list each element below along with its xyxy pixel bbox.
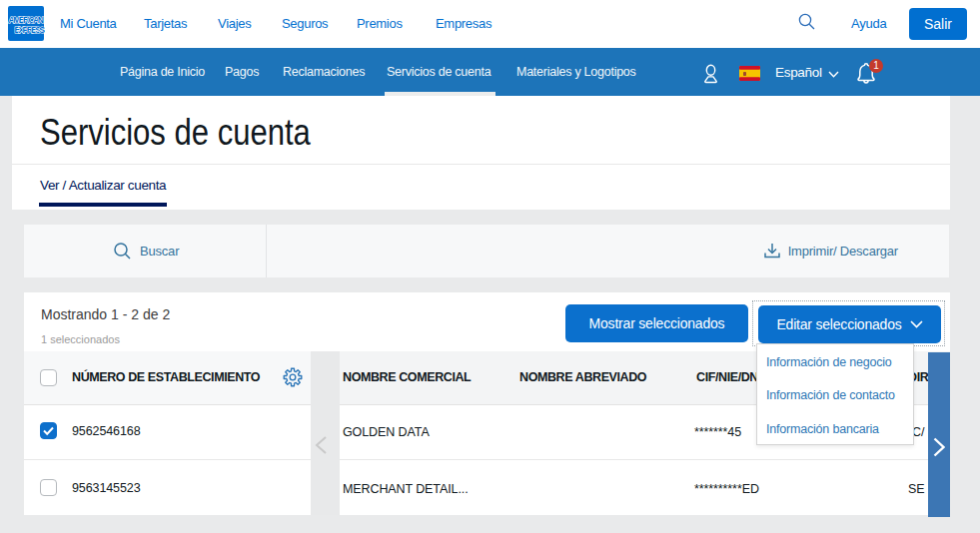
svg-text:EXPRESS: EXPRESS <box>15 25 46 35</box>
svg-text:AMERICAN: AMERICAN <box>9 15 45 25</box>
